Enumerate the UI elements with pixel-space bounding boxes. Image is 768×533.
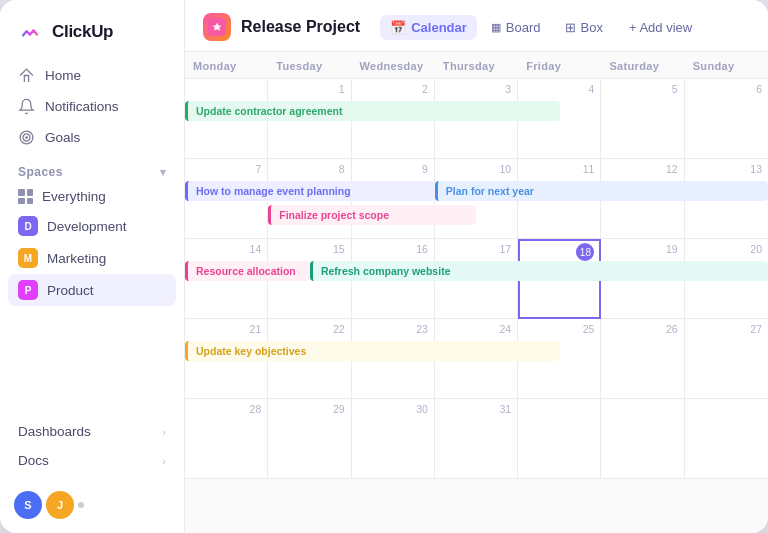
svg-point-2	[23, 134, 30, 141]
week-row-5: 28 29 30 31	[185, 399, 768, 479]
sidebar: ClickUp Home Notifications Goals	[0, 0, 185, 533]
day-header-monday: Monday	[185, 52, 268, 79]
sidebar-item-everything[interactable]: Everything	[8, 183, 176, 210]
marketing-badge: M	[18, 248, 38, 268]
calendar-area: Monday Tuesday Wednesday Thursday Friday…	[185, 52, 768, 533]
calendar-tab-label: Calendar	[411, 20, 467, 35]
cal-cell-27[interactable]: 27	[685, 319, 768, 399]
calendar-tab-icon: 📅	[390, 20, 406, 35]
svg-point-1	[20, 131, 33, 144]
svg-point-3	[26, 137, 27, 138]
week-row-1: 1 2 3 4 5 6 Update contractor agreement	[185, 79, 768, 159]
week-row-3: 14 15 16 17 18 19 20 Resource allocation	[185, 239, 768, 319]
app-container: ClickUp Home Notifications Goals	[0, 0, 768, 533]
sidebar-footer: Dashboards › Docs ›	[0, 413, 184, 479]
day-header-thursday: Thursday	[435, 52, 518, 79]
event-update-key-objectives[interactable]: Update key objectives	[185, 341, 560, 361]
day-header-tuesday: Tuesday	[268, 52, 351, 79]
grid-icon	[18, 189, 33, 204]
nav-home-label: Home	[45, 68, 81, 83]
spaces-chevron-icon[interactable]: ▾	[160, 166, 166, 179]
avatar-dot	[78, 502, 84, 508]
event-update-contractor[interactable]: Update contractor agreement	[185, 101, 560, 121]
bell-icon	[18, 98, 35, 115]
cal-cell-empty-a[interactable]	[518, 399, 601, 479]
event-resource-allocation[interactable]: Resource allocation	[185, 261, 310, 281]
tab-calendar[interactable]: 📅 Calendar	[380, 15, 477, 40]
avatar-j[interactable]: J	[46, 491, 74, 519]
board-tab-label: Board	[506, 20, 541, 35]
main-header: Release Project 📅 Calendar ▦ Board ⊞ Box…	[185, 0, 768, 52]
tab-board[interactable]: ▦ Board	[481, 15, 551, 40]
sidebar-nav: Home Notifications Goals Spaces ▾	[0, 60, 184, 413]
logo-text: ClickUp	[52, 22, 113, 42]
development-badge: D	[18, 216, 38, 236]
day-header-friday: Friday	[518, 52, 601, 79]
event-manage-event-planning[interactable]: How to manage event planning	[185, 181, 435, 201]
sidebar-item-product[interactable]: P Product	[8, 274, 176, 306]
product-badge: P	[18, 280, 38, 300]
sidebar-item-docs[interactable]: Docs ›	[8, 446, 176, 475]
cal-cell-26[interactable]: 26	[601, 319, 684, 399]
clickup-logo-icon	[16, 18, 44, 46]
sidebar-item-marketing[interactable]: M Marketing	[8, 242, 176, 274]
event-finalize-scope[interactable]: Finalize project scope	[268, 205, 476, 225]
main-content: Release Project 📅 Calendar ▦ Board ⊞ Box…	[185, 0, 768, 533]
svg-rect-0	[16, 18, 44, 46]
event-refresh-website[interactable]: Refresh company website	[310, 261, 768, 281]
project-title: Release Project	[241, 18, 360, 36]
sidebar-item-goals[interactable]: Goals	[8, 122, 176, 153]
cal-cell-30[interactable]: 30	[352, 399, 435, 479]
nav-goals-label: Goals	[45, 130, 80, 145]
cal-cell-6[interactable]: 6	[685, 79, 768, 159]
home-icon	[18, 67, 35, 84]
space-product-label: Product	[47, 283, 94, 298]
sidebar-item-home[interactable]: Home	[8, 60, 176, 91]
goals-icon	[18, 129, 35, 146]
cal-cell-5[interactable]: 5	[601, 79, 684, 159]
project-icon	[203, 13, 231, 41]
space-development-label: Development	[47, 219, 127, 234]
day-header-saturday: Saturday	[601, 52, 684, 79]
avatar-row: S J	[0, 479, 184, 533]
space-marketing-label: Marketing	[47, 251, 106, 266]
calendar-day-headers: Monday Tuesday Wednesday Thursday Friday…	[185, 52, 768, 79]
cal-cell-29[interactable]: 29	[268, 399, 351, 479]
sidebar-item-dashboards[interactable]: Dashboards ›	[8, 417, 176, 446]
dashboards-chevron-icon: ›	[162, 426, 166, 438]
add-view-label: + Add view	[629, 20, 692, 35]
day-header-wednesday: Wednesday	[352, 52, 435, 79]
event-plan-next-year[interactable]: Plan for next year	[435, 181, 768, 201]
day-header-sunday: Sunday	[685, 52, 768, 79]
docs-label: Docs	[18, 453, 49, 468]
box-tab-label: Box	[581, 20, 603, 35]
cal-cell-31[interactable]: 31	[435, 399, 518, 479]
dashboards-label: Dashboards	[18, 424, 91, 439]
board-tab-icon: ▦	[491, 21, 501, 34]
space-everything-label: Everything	[42, 189, 106, 204]
add-view-button[interactable]: + Add view	[619, 15, 702, 40]
avatar-s[interactable]: S	[14, 491, 42, 519]
nav-notifications-label: Notifications	[45, 99, 119, 114]
header-tabs: 📅 Calendar ▦ Board ⊞ Box + Add view	[380, 15, 702, 40]
calendar-grid-wrapper: Monday Tuesday Wednesday Thursday Friday…	[185, 52, 768, 479]
cal-cell-28[interactable]: 28	[185, 399, 268, 479]
box-tab-icon: ⊞	[565, 20, 576, 35]
week-row-2: 7 8 9 10 11 12 13 How to manage event pl…	[185, 159, 768, 239]
sidebar-item-notifications[interactable]: Notifications	[8, 91, 176, 122]
week-5-cells: 28 29 30 31	[185, 399, 768, 479]
sidebar-item-development[interactable]: D Development	[8, 210, 176, 242]
cal-cell-empty-c[interactable]	[685, 399, 768, 479]
spaces-header: Spaces ▾	[8, 153, 176, 183]
week-row-4: 21 22 23 24 25 26 27 Update key objectiv…	[185, 319, 768, 399]
logo-area: ClickUp	[0, 0, 184, 60]
tab-box[interactable]: ⊞ Box	[555, 15, 613, 40]
docs-chevron-icon: ›	[162, 455, 166, 467]
spaces-label: Spaces	[18, 165, 63, 179]
cal-cell-empty-b[interactable]	[601, 399, 684, 479]
